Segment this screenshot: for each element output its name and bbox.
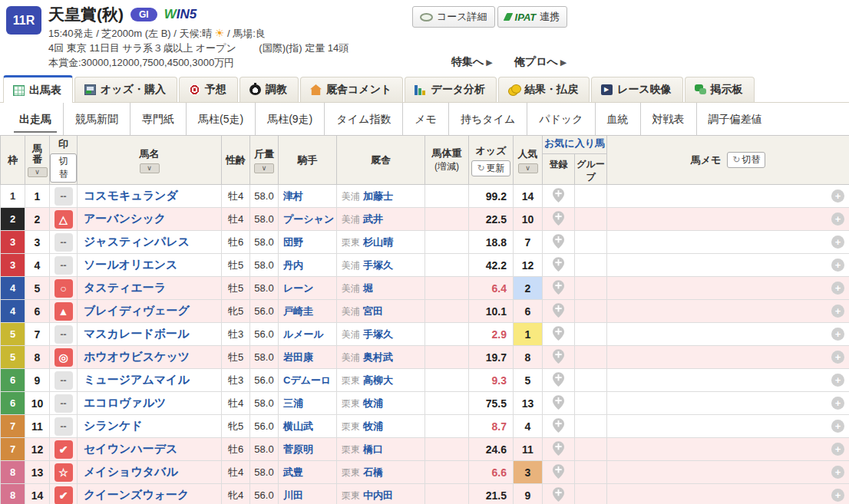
mark-button[interactable]: ◎ <box>55 348 73 367</box>
subtab-5[interactable]: タイム指数 <box>324 103 402 135</box>
trainer-link[interactable]: 堀 <box>363 282 373 294</box>
favorite-pin-button[interactable] <box>553 372 564 387</box>
horse-name-link[interactable]: セイウンハーデス <box>84 442 177 455</box>
tab-data[interactable]: データ分析 <box>405 77 497 102</box>
memo-add-button[interactable]: + <box>831 189 844 203</box>
memo-add-button[interactable]: + <box>831 351 844 364</box>
trainer-link[interactable]: 石橋 <box>363 466 383 478</box>
horse-name-link[interactable]: ソールオリエンス <box>84 258 177 271</box>
subtab-6[interactable]: メモ <box>402 103 448 135</box>
memo-add-button[interactable]: + <box>831 328 844 341</box>
favorite-pin-button[interactable] <box>553 349 564 364</box>
mark-button[interactable]: ✔ <box>55 440 73 459</box>
horse-name-link[interactable]: メイショウタバル <box>84 465 178 478</box>
sort-name-button[interactable]: ∨ <box>140 163 160 173</box>
horse-name-link[interactable]: ジャスティンパレス <box>84 235 190 248</box>
favorite-pin-button[interactable] <box>553 257 564 272</box>
memo-add-button[interactable]: + <box>831 212 844 226</box>
tokushu-link[interactable]: 特集へ▶ <box>451 55 493 69</box>
subtab-0[interactable]: 出走馬 <box>8 103 63 135</box>
horse-name-link[interactable]: ブレイディヴェーグ <box>84 304 190 317</box>
jockey-link[interactable]: 菅原明 <box>283 443 313 455</box>
trainer-link[interactable]: 牧浦 <box>363 397 383 409</box>
favorite-pin-button[interactable] <box>553 418 564 433</box>
course-detail-button[interactable]: コース詳細 <box>412 6 495 28</box>
jockey-link[interactable]: Cデムーロ <box>283 374 331 386</box>
tab-odds[interactable]: オッズ・購入 <box>74 77 177 102</box>
trainer-link[interactable]: 橋口 <box>363 443 383 455</box>
horse-name-link[interactable]: アーバンシック <box>84 212 166 225</box>
favorite-pin-button[interactable] <box>553 441 564 456</box>
subtab-11[interactable]: 調子偏差値 <box>696 103 774 135</box>
memo-add-button[interactable]: + <box>831 236 844 249</box>
memo-add-button[interactable]: + <box>831 282 844 295</box>
subtab-7[interactable]: 持ちタイム <box>448 103 527 135</box>
jockey-link[interactable]: 丹内 <box>283 259 303 271</box>
trainer-link[interactable]: 杉山晴 <box>363 236 393 248</box>
jockey-link[interactable]: 武豊 <box>283 466 303 478</box>
mark-button[interactable]: -- <box>55 233 73 252</box>
jockey-link[interactable]: 団野 <box>283 236 303 248</box>
horse-name-link[interactable]: シランケド <box>84 419 143 432</box>
jockey-link[interactable]: プーシャン <box>283 213 334 225</box>
horse-name-link[interactable]: エコロヴァルツ <box>84 396 166 409</box>
mark-button[interactable]: -- <box>55 325 73 344</box>
horse-name-link[interactable]: タスティエーラ <box>84 281 166 294</box>
trainer-link[interactable]: 奥村武 <box>363 351 393 363</box>
mark-button[interactable]: △ <box>55 210 73 229</box>
mark-button[interactable]: ✔ <box>55 486 73 504</box>
trainer-link[interactable]: 高柳大 <box>363 374 393 386</box>
trainer-link[interactable]: 手塚久 <box>363 259 393 271</box>
memo-add-button[interactable]: + <box>831 443 844 456</box>
mark-button[interactable]: ▲ <box>55 302 73 321</box>
jockey-link[interactable]: 三浦 <box>283 397 303 409</box>
memo-add-button[interactable]: + <box>831 259 844 272</box>
memo-add-button[interactable]: + <box>831 374 844 387</box>
jockey-link[interactable]: ルメール <box>283 328 324 340</box>
favorite-pin-button[interactable] <box>553 234 564 249</box>
trainer-link[interactable]: 宮田 <box>363 305 383 317</box>
sort-pop-button[interactable]: ∨ <box>518 163 538 173</box>
mark-button[interactable]: -- <box>55 394 73 413</box>
horse-name-link[interactable]: ホウオウビスケッツ <box>84 350 190 363</box>
mark-button[interactable]: -- <box>55 187 73 206</box>
sort-weight-button[interactable]: ∨ <box>254 163 274 173</box>
tab-kyusha[interactable]: 厩舎コメント <box>300 77 403 102</box>
favorite-pin-button[interactable] <box>553 188 564 203</box>
memo-add-button[interactable]: + <box>831 489 844 502</box>
mark-toggle-button[interactable]: 切替 <box>50 153 77 183</box>
ipat-link-button[interactable]: IPAT 連携 <box>497 6 568 28</box>
jockey-link[interactable]: 戸崎圭 <box>283 305 313 317</box>
trainer-link[interactable]: 牧浦 <box>363 420 383 432</box>
jockey-link[interactable]: 川田 <box>283 489 303 501</box>
jockey-link[interactable]: 横山武 <box>283 420 313 432</box>
mark-button[interactable]: ○ <box>55 279 73 298</box>
tab-chokyo[interactable]: 調教 <box>240 77 299 102</box>
favorite-pin-button[interactable] <box>553 211 564 226</box>
memo-add-button[interactable]: + <box>831 397 844 410</box>
subtab-3[interactable]: 馬柱(5走) <box>186 103 255 135</box>
horse-name-link[interactable]: コスモキュランダ <box>84 189 178 202</box>
mark-button[interactable]: ☆ <box>55 463 73 482</box>
memo-add-button[interactable]: + <box>831 305 844 318</box>
trainer-link[interactable]: 手塚久 <box>363 328 393 340</box>
orepro-link[interactable]: 俺プロへ▶ <box>514 55 567 69</box>
memo-add-button[interactable]: + <box>831 420 844 433</box>
memo-toggle-button[interactable]: ↻切替 <box>727 152 765 168</box>
tab-yosou[interactable]: 予想 <box>179 77 238 102</box>
tab-keijiban[interactable]: 掲示板 <box>685 77 755 102</box>
horse-name-link[interactable]: クイーンズウォーク <box>84 488 189 501</box>
subtab-8[interactable]: パドック <box>527 103 594 135</box>
favorite-pin-button[interactable] <box>553 487 564 502</box>
mark-button[interactable]: -- <box>55 256 73 275</box>
favorite-pin-button[interactable] <box>553 303 564 318</box>
subtab-10[interactable]: 対戦表 <box>640 103 696 135</box>
memo-add-button[interactable]: + <box>831 466 844 479</box>
mark-button[interactable]: -- <box>55 417 73 436</box>
favorite-pin-button[interactable] <box>553 395 564 410</box>
trainer-link[interactable]: 武井 <box>363 213 383 225</box>
tab-eizo[interactable]: レース映像 <box>591 77 683 102</box>
subtab-1[interactable]: 競馬新聞 <box>63 103 130 135</box>
jockey-link[interactable]: レーン <box>283 282 314 294</box>
tab-shutsuba[interactable]: 出馬表 <box>3 75 73 103</box>
